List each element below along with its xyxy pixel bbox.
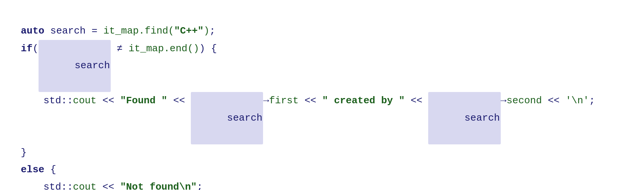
plain-space13 <box>542 92 548 110</box>
plain-space5 <box>96 92 102 110</box>
plain-assign: = <box>86 23 104 40</box>
code-line-4: } <box>21 144 623 162</box>
string-cpp: "C++" <box>174 23 204 40</box>
code-block: auto search = it_map.find( "C++" ) ; if … <box>0 0 644 190</box>
punct-semi3: ; <box>197 179 203 190</box>
punct-close-brace1: } <box>21 144 27 162</box>
plain-space17 <box>114 179 120 190</box>
plain-space14 <box>560 92 566 110</box>
punct-semi2: ; <box>589 92 595 110</box>
method-itmap-end: it_map.end() <box>128 40 199 58</box>
punct-open-paren: ( <box>33 40 39 58</box>
method-itmap-find: it_map.find( <box>103 23 174 40</box>
keyword-if: if <box>21 40 33 58</box>
operator-neq: ≠ <box>117 40 123 58</box>
plain-space16 <box>96 179 102 190</box>
op-lshift1: << <box>102 92 114 110</box>
punct-dcolon2: :: <box>61 179 73 190</box>
op-lshift4: << <box>411 92 423 110</box>
string-found: "Found " <box>120 92 167 110</box>
plain-space8 <box>185 92 191 110</box>
var-search-2: search <box>74 60 110 71</box>
highlight-search-second: search <box>428 92 500 144</box>
plain-space <box>44 23 50 40</box>
plain-space10 <box>316 92 322 110</box>
code-line-3: std :: cout << "Found " << search → firs… <box>21 92 623 144</box>
punct-open-brace1: { <box>211 40 217 58</box>
code-line-5: else { <box>21 161 623 179</box>
op-lshift6: << <box>102 179 114 190</box>
method-cout2: cout <box>73 179 96 190</box>
member-second: second <box>506 92 542 110</box>
plain-space3 <box>122 40 128 58</box>
member-first: first <box>269 92 299 110</box>
highlight-search-1: search <box>39 40 111 92</box>
punct-dcolon1: :: <box>61 92 73 110</box>
method-close-paren: ) <box>204 23 210 40</box>
std-cout2: std <box>43 179 61 190</box>
method-cout: cout <box>73 92 96 110</box>
plain-space7 <box>167 92 173 110</box>
var-search: search <box>50 23 86 40</box>
plain-space6 <box>114 92 120 110</box>
plain-space15 <box>44 161 50 179</box>
op-lshift2: << <box>173 92 185 110</box>
op-lshift5: << <box>548 92 559 110</box>
keyword-else: else <box>21 161 44 179</box>
highlight-search-first: search <box>191 92 263 144</box>
keyword-auto: auto <box>21 23 44 40</box>
plain-space2 <box>111 40 117 58</box>
arrow-2: → <box>501 92 507 110</box>
var-search-4: search <box>464 112 500 124</box>
punct-semi1: ; <box>209 23 215 40</box>
plain-space9 <box>299 92 305 110</box>
code-line-1: auto search = it_map.find( "C++" ) ; <box>21 23 623 40</box>
arrow-1: → <box>263 92 269 110</box>
code-line-2: if ( search ≠ it_map.end() ) { <box>21 40 623 92</box>
plain-space12 <box>423 92 429 110</box>
std-cout: std <box>43 92 61 110</box>
char-newline: '\n' <box>565 92 589 110</box>
var-search-3: search <box>227 112 263 124</box>
op-lshift3: << <box>305 92 316 110</box>
code-line-6: std :: cout << "Not found\n" ; <box>21 179 623 190</box>
plain-space11 <box>405 92 411 110</box>
punct-open-brace2: { <box>50 161 56 179</box>
punct-close-paren: ) <box>199 40 205 58</box>
string-created-by: " created by " <box>322 92 404 110</box>
plain-space4 <box>205 40 211 58</box>
string-not-found: "Not found\n" <box>120 179 197 190</box>
